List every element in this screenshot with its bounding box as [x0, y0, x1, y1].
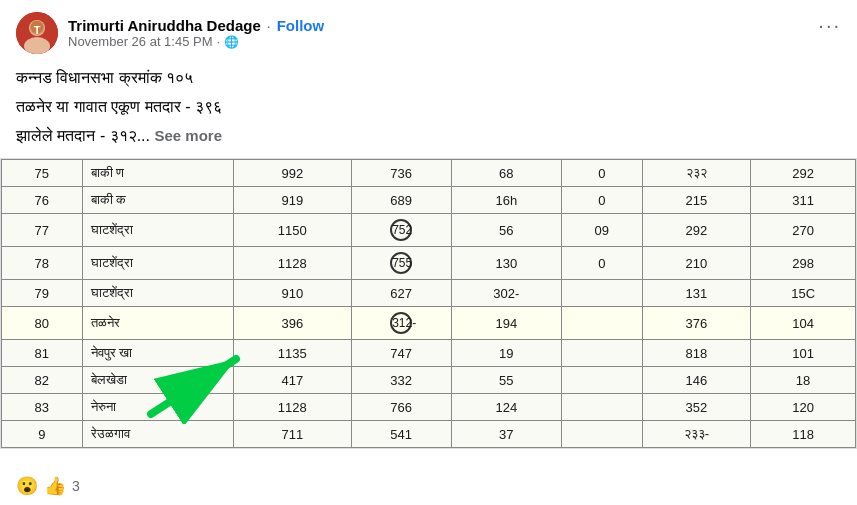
table-cell: 82	[2, 367, 83, 394]
table-cell: 332	[351, 367, 451, 394]
table-cell: 130	[451, 247, 561, 280]
table-cell: नेरुना	[82, 394, 233, 421]
table-image: 75बाकी ण992736680२३२29276बाकी क91968916h…	[0, 158, 857, 449]
table-cell: 194	[451, 307, 561, 340]
table-row: 76बाकी क91968916h0215311	[2, 187, 856, 214]
dot-separator2: ·	[217, 34, 221, 49]
table-cell: 541	[351, 421, 451, 448]
table-cell: 818	[642, 340, 751, 367]
post-card: T Trimurti Aniruddha Dedage · Follow Nov…	[0, 0, 857, 505]
table-row: 82बेलखेडा4173325514618	[2, 367, 856, 394]
table-cell: 76	[2, 187, 83, 214]
table-cell: 68	[451, 160, 561, 187]
post-meta: November 26 at 1:45 PM · 🌐	[68, 34, 324, 49]
table-cell: तळनेर	[82, 307, 233, 340]
reaction-emoji1: 😮	[16, 475, 38, 497]
table-cell: 298	[751, 247, 856, 280]
table-cell: 755	[351, 247, 451, 280]
table-cell: घाटशेंद्रा	[82, 247, 233, 280]
post-text: कन्नड विधानसभा क्रमांक १०५ तळनेर या गावा…	[0, 60, 857, 158]
table-row: 78घाटशेंद्रा11287551300210298	[2, 247, 856, 280]
table-cell: 16h	[451, 187, 561, 214]
table-cell: 302-	[451, 280, 561, 307]
table-cell: 79	[2, 280, 83, 307]
table-cell: 81	[2, 340, 83, 367]
table-cell: 736	[351, 160, 451, 187]
table-cell: 270	[751, 214, 856, 247]
table-cell: घाटशेंद्रा	[82, 280, 233, 307]
dot-separator: ·	[267, 18, 271, 34]
table-cell: 101	[751, 340, 856, 367]
avatar-image: T	[16, 12, 58, 54]
table-cell: 747	[351, 340, 451, 367]
table-cell: रेउळगाव	[82, 421, 233, 448]
table-cell: बाकी ण	[82, 160, 233, 187]
table-cell: 910	[233, 280, 351, 307]
table-cell: 292	[642, 214, 751, 247]
data-table: 75बाकी ण992736680२३२29276बाकी क91968916h…	[1, 159, 856, 448]
table-cell: 77	[2, 214, 83, 247]
table-cell: 417	[233, 367, 351, 394]
table-cell	[561, 367, 642, 394]
user-name[interactable]: Trimurti Aniruddha Dedage	[68, 17, 261, 34]
table-cell	[561, 340, 642, 367]
reaction-emoji2: 👍	[44, 475, 66, 497]
table-cell: 1128	[233, 394, 351, 421]
table-row: 9रेउळगाव71154137२३३-118	[2, 421, 856, 448]
table-cell: 766	[351, 394, 451, 421]
table-row: 80तळनेर396312-194376104	[2, 307, 856, 340]
table-cell: 55	[451, 367, 561, 394]
follow-button[interactable]: Follow	[277, 17, 325, 34]
table-cell: 215	[642, 187, 751, 214]
table-cell: 0	[561, 187, 642, 214]
table-cell: 919	[233, 187, 351, 214]
table-cell: 56	[451, 214, 561, 247]
table-cell: 75	[2, 160, 83, 187]
table-cell: बाकी क	[82, 187, 233, 214]
table-cell: २३३-	[642, 421, 751, 448]
table-cell: 711	[233, 421, 351, 448]
reactions-row: 😮 👍 3	[0, 467, 857, 505]
table-row: 77घाटशेंद्रा11507525609292270	[2, 214, 856, 247]
table-cell: 311	[751, 187, 856, 214]
post-date: November 26 at 1:45 PM	[68, 34, 213, 49]
table-cell: 9	[2, 421, 83, 448]
table-cell: 1150	[233, 214, 351, 247]
table-cell: 0	[561, 247, 642, 280]
post-line1: कन्नड विधानसभा क्रमांक १०५	[16, 64, 841, 93]
table-row: 75बाकी ण992736680२३२292	[2, 160, 856, 187]
table-cell: 15C	[751, 280, 856, 307]
table-cell: बेलखेडा	[82, 367, 233, 394]
table-cell: 312-	[351, 307, 451, 340]
more-options-button[interactable]: ···	[818, 14, 841, 37]
header-info: Trimurti Aniruddha Dedage · Follow Novem…	[68, 17, 324, 49]
table-cell: २३२	[642, 160, 751, 187]
table-cell: 1135	[233, 340, 351, 367]
table-row: 79घाटशेंद्रा910627302-13115C	[2, 280, 856, 307]
table-cell: 752	[351, 214, 451, 247]
table-cell: 104	[751, 307, 856, 340]
table-cell: 396	[233, 307, 351, 340]
table-cell: 376	[642, 307, 751, 340]
name-row: Trimurti Aniruddha Dedage · Follow	[68, 17, 324, 34]
table-cell: 627	[351, 280, 451, 307]
table-cell: 292	[751, 160, 856, 187]
table-cell: घाटशेंद्रा	[82, 214, 233, 247]
post-image-container: 75बाकी ण992736680२३२29276बाकी क91968916h…	[0, 158, 857, 467]
table-cell: 210	[642, 247, 751, 280]
svg-text:T: T	[34, 24, 41, 36]
table-cell: 120	[751, 394, 856, 421]
table-cell: 19	[451, 340, 561, 367]
table-cell	[561, 421, 642, 448]
table-cell	[561, 280, 642, 307]
table-cell: 352	[642, 394, 751, 421]
reaction-count: 3	[72, 478, 80, 494]
see-more-button[interactable]: See more	[154, 127, 222, 144]
table-cell: नेवपुर खा	[82, 340, 233, 367]
table-cell: 0	[561, 160, 642, 187]
table-cell: 689	[351, 187, 451, 214]
table-cell: 80	[2, 307, 83, 340]
table-cell: 18	[751, 367, 856, 394]
table-cell	[561, 394, 642, 421]
table-cell: 118	[751, 421, 856, 448]
